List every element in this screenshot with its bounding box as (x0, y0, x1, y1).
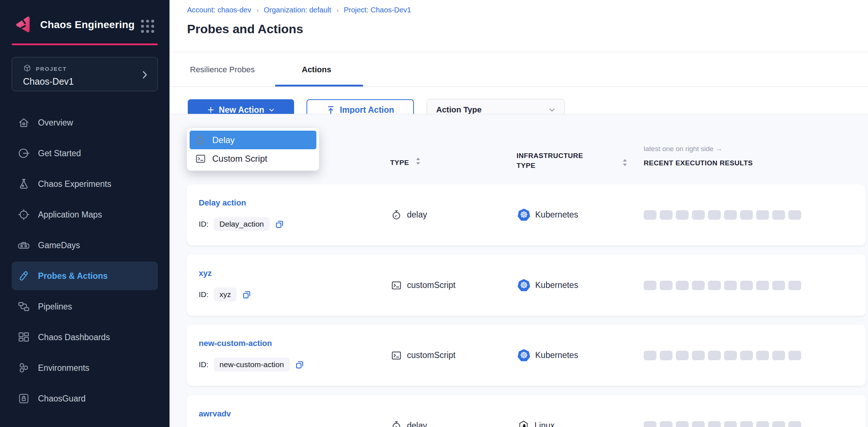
action-name-link[interactable]: xyz (199, 269, 212, 278)
sidebar-item-label: Overview (38, 118, 73, 128)
table-row: new-custom-action ID: new-custom-action … (187, 325, 866, 386)
menu-item-delay[interactable]: Delay (190, 131, 316, 149)
table-row: xyz ID: xyz customScript ☸ Kubernetes (187, 255, 866, 316)
execution-result-placeholder (724, 210, 737, 220)
copy-id-button[interactable] (275, 219, 285, 229)
sidebar-item-chaos-dashboards[interactable]: Chaos Dashboards (0, 322, 170, 353)
sidebar-item-label: Application Maps (38, 210, 102, 220)
sort-infrastructure-button[interactable] (623, 159, 627, 168)
tabs-divider (170, 86, 868, 87)
table-row: Delay action ID: Delay_action delay ☸ Ku… (187, 184, 866, 245)
page-title: Probes and Actions (187, 22, 303, 36)
sidebar-item-chaosguard[interactable]: ChaosGuard (0, 383, 170, 414)
tab-resilience-probes[interactable]: Resilience Probes (190, 65, 255, 74)
terminal-icon (391, 350, 402, 361)
execution-result-placeholder (708, 421, 721, 427)
execution-result-placeholder (644, 281, 656, 290)
sidebar-item-application-maps[interactable]: Application Maps (0, 199, 170, 230)
infrastructure-cell: ☸ Kubernetes (518, 279, 578, 292)
sidebar-item-pipelines[interactable]: Pipelines (0, 291, 170, 322)
breadcrumb: Account: chaos-dev › Organization: defau… (187, 6, 411, 14)
action-type-cell: customScript (391, 280, 456, 291)
sidebar-item-environments[interactable]: Environments (0, 353, 170, 383)
execution-result-placeholder (740, 281, 753, 290)
copy-id-button[interactable] (295, 360, 305, 370)
chevron-down-icon (268, 107, 275, 114)
menu-item-custom-script[interactable]: Custom Script (190, 149, 316, 168)
sidebar-item-label: Pipelines (38, 302, 72, 312)
execution-result-placeholder (788, 210, 801, 220)
breadcrumb-project-link[interactable]: Project: Chaos-Dev1 (344, 6, 411, 14)
action-type-cell: delay (391, 209, 427, 220)
new-action-label: New Action (219, 105, 264, 115)
execution-result-placeholder (788, 351, 801, 360)
import-action-label: Import Action (340, 105, 394, 115)
terminal-icon (391, 280, 402, 291)
action-id-chip: xyz (214, 288, 237, 301)
execution-result-placeholder (740, 351, 753, 360)
stopwatch-icon (391, 209, 402, 220)
sidebar-item-label: Get Started (38, 149, 81, 158)
recent-execution-results (644, 421, 801, 427)
execution-result-placeholder (708, 351, 721, 360)
execution-result-placeholder (708, 210, 721, 220)
sort-type-button[interactable] (416, 157, 420, 168)
sidebar-item-overview[interactable]: Overview (0, 107, 170, 138)
execution-result-placeholder (756, 351, 769, 360)
brand-divider (12, 43, 158, 45)
action-name-link[interactable]: new-custom-action (199, 339, 272, 348)
execution-result-placeholder (788, 421, 801, 427)
execution-result-placeholder (660, 421, 673, 427)
recent-execution-results (644, 210, 801, 220)
harness-chaos-logo-icon (12, 14, 34, 36)
sidebar-item-probes-and-actions[interactable]: Probes & Actions (0, 261, 170, 291)
column-header-type: TYPE (390, 157, 420, 168)
target-icon (18, 208, 30, 221)
action-name-link[interactable]: awrvadv (199, 409, 231, 419)
linux-icon (518, 420, 529, 427)
infrastructure-cell: ☸ Kubernetes (518, 349, 578, 362)
action-id-chip: Delay_action (214, 217, 270, 231)
execution-result-placeholder (660, 210, 673, 220)
sidebar-nav: Overview Get Started Chaos Experiments A… (0, 107, 170, 414)
upload-icon (326, 105, 335, 115)
flask-icon (18, 178, 30, 190)
sidebar-item-chaos-experiments[interactable]: Chaos Experiments (0, 169, 170, 199)
kubernetes-icon: ☸ (518, 349, 530, 362)
execution-result-placeholder (772, 210, 785, 220)
home-icon (18, 116, 30, 129)
action-id: ID: xyz (199, 288, 252, 301)
header-divider (170, 52, 868, 52)
project-selector[interactable]: PROJECT Chaos-Dev1 (12, 57, 158, 91)
recent-execution-results (644, 351, 801, 360)
sidebar-item-gamedays[interactable]: GameDays (0, 230, 170, 261)
execution-result-placeholder (772, 281, 785, 290)
action-id: ID: Delay_action (199, 217, 285, 231)
action-name-link[interactable]: Delay action (199, 198, 246, 208)
execution-result-placeholder (660, 281, 673, 290)
execution-result-placeholder (756, 281, 769, 290)
sidebar-item-get-started[interactable]: Get Started (0, 138, 170, 169)
stopwatch-icon (195, 135, 206, 146)
execution-result-placeholder (644, 351, 656, 360)
recent-results-note: latest one on right side → (644, 145, 722, 153)
chevron-down-icon (548, 105, 556, 114)
kubernetes-icon: ☸ (518, 279, 530, 292)
execution-result-placeholder (692, 210, 705, 220)
execution-result-placeholder (756, 210, 769, 220)
tab-actions[interactable]: Actions (302, 65, 331, 74)
breadcrumb-account-link[interactable]: Account: chaos-dev (187, 6, 251, 14)
sidebar-item-label: Probes & Actions (38, 271, 108, 281)
terminal-icon (195, 153, 206, 164)
execution-result-placeholder (724, 281, 737, 290)
copy-id-button[interactable] (242, 290, 252, 300)
app-grid-icon[interactable] (140, 18, 156, 36)
execution-result-placeholder (724, 351, 737, 360)
sidebar-item-label: Environments (38, 363, 90, 373)
execution-result-placeholder (676, 351, 689, 360)
action-id: ID: new-custom-action (199, 358, 305, 372)
test-tube-icon (18, 270, 30, 282)
recent-execution-results (644, 281, 801, 290)
execution-result-placeholder (724, 421, 737, 427)
breadcrumb-organization-link[interactable]: Organization: default (264, 6, 331, 14)
